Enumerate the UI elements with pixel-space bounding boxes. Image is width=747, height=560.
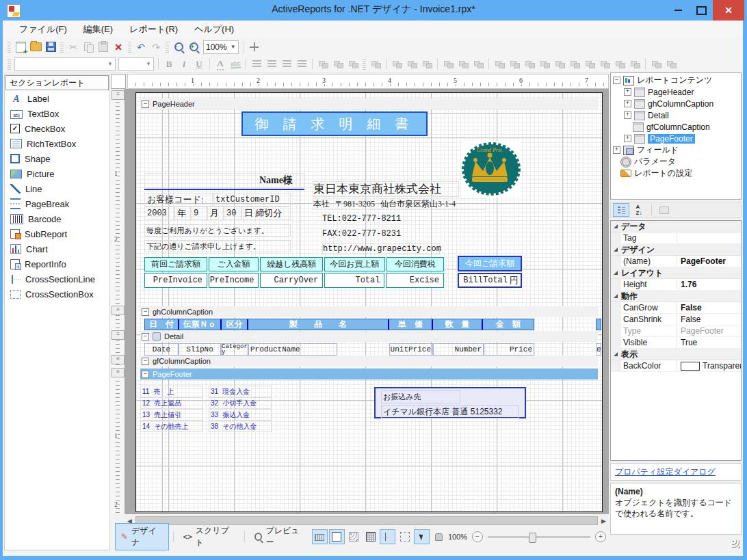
bill-total-field[interactable]: BillTotal 円 xyxy=(458,273,522,288)
category-display[interactable]: 表示 xyxy=(611,349,741,360)
category-expander-icon[interactable] xyxy=(614,224,618,228)
maximize-button[interactable] xyxy=(690,0,713,21)
align-bottoms-button[interactable] xyxy=(471,57,486,71)
customer-code-field[interactable]: txtCustomerID xyxy=(213,193,291,206)
space-down-button[interactable] xyxy=(567,57,582,71)
year-unit-label[interactable]: 年 xyxy=(174,206,191,220)
category-design[interactable]: デザイン xyxy=(611,244,741,256)
menu-edit[interactable]: 編集(E) xyxy=(77,21,120,38)
snap-frame-button[interactable] xyxy=(368,57,383,71)
detail-field[interactable]: Category xyxy=(221,343,248,356)
font-size-combobox[interactable]: ▼ xyxy=(118,57,154,71)
section-bar-pagefooter[interactable]: − PageFooter xyxy=(140,369,598,379)
customer-code-row[interactable]: お客様コード: txtCustomerID xyxy=(144,193,291,206)
collapse-icon[interactable]: − xyxy=(142,101,149,108)
same-width-button[interactable] xyxy=(507,57,522,71)
categorized-view-button[interactable] xyxy=(613,203,629,217)
toggle-page-button[interactable] xyxy=(329,529,345,544)
size-to-grid-button[interactable] xyxy=(492,57,507,71)
summary-header[interactable]: 繰越し残高額 xyxy=(260,257,323,271)
zoom-in-button[interactable]: + xyxy=(595,531,606,542)
tab-script[interactable]: <>スクリプト xyxy=(178,524,240,550)
decrease-h-space-button[interactable] xyxy=(597,57,612,71)
section-splitter-handle[interactable]: ≡ xyxy=(112,355,124,364)
zoom-combobox[interactable]: 100% ▼ xyxy=(203,40,239,54)
resize-grip[interactable] xyxy=(732,540,740,548)
menu-file[interactable]: ファイル(F) xyxy=(12,21,74,38)
company-fax-label[interactable]: FAX:022-777-8231 xyxy=(322,228,419,239)
category-expander-icon[interactable] xyxy=(614,352,618,356)
section-splitter-handle[interactable]: ≡ xyxy=(112,306,124,315)
expand-icon[interactable]: + xyxy=(624,135,631,142)
property-row-canshrink[interactable]: CanShrinkFalse xyxy=(611,314,741,325)
section-bar-ghcolumncaption[interactable]: − ghColumnCaption xyxy=(140,306,598,317)
undo-button[interactable]: ↶ xyxy=(133,40,148,54)
detail-field[interactable]: ProductName xyxy=(248,343,337,356)
tree-item-report-settings[interactable]: レポートの設定 xyxy=(611,168,741,179)
tree-item-ghcolumncaption[interactable]: +ghColumnCaption xyxy=(611,98,741,109)
tab-designer[interactable]: ✎デザイナ xyxy=(115,523,169,550)
property-row-name[interactable]: (Name)PageFooter xyxy=(611,256,741,267)
send-to-back-button[interactable] xyxy=(664,57,679,71)
property-pages-button[interactable] xyxy=(657,204,672,216)
column-caption[interactable]: 金 額 xyxy=(483,319,534,330)
space-across-button[interactable] xyxy=(552,57,567,71)
property-value[interactable] xyxy=(677,232,741,243)
tree-item-detail[interactable]: +Detail xyxy=(611,109,741,121)
delete-button[interactable]: ✕ xyxy=(111,40,126,54)
column-caption[interactable]: 日 付 xyxy=(145,319,179,330)
customer-code-label[interactable]: お客様コード: xyxy=(144,193,213,206)
closing-date-row[interactable]: 2003 年 9 月 30 日 締切分 xyxy=(144,206,291,220)
toolbar-grip[interactable] xyxy=(8,42,11,53)
column-caption[interactable]: 数 量 xyxy=(433,319,484,330)
align-middles-button[interactable] xyxy=(456,57,471,71)
minimize-button[interactable] xyxy=(666,0,690,21)
menu-help[interactable]: ヘルプ(H) xyxy=(187,21,241,38)
summary-field[interactable]: PreInvoice xyxy=(144,273,207,288)
toolbox-item-line[interactable]: Line xyxy=(5,181,109,196)
code-row[interactable]: 31現金入金 xyxy=(209,386,272,397)
property-value[interactable]: 1.76 xyxy=(677,279,741,290)
spell-check-button[interactable]: abc xyxy=(228,57,243,71)
paste-button[interactable] xyxy=(96,40,111,54)
code-row[interactable]: 12売上返品 xyxy=(140,397,203,409)
property-value[interactable]: True xyxy=(677,337,741,348)
collapse-icon[interactable]: − xyxy=(142,308,149,316)
save-button[interactable] xyxy=(43,40,58,54)
category-behavior[interactable]: 動作 xyxy=(611,291,741,302)
tree-item-pageheader[interactable]: +PageHeader xyxy=(611,86,741,98)
toggle-ruler-button[interactable] xyxy=(312,529,328,544)
zoom-out-button[interactable] xyxy=(171,40,186,54)
expand-icon[interactable]: + xyxy=(624,111,631,119)
align-right-button[interactable] xyxy=(279,57,294,71)
toolbox-item-crosssectionline[interactable]: CrossSectionLine xyxy=(5,271,109,286)
collapse-icon[interactable]: − xyxy=(142,333,149,341)
zoom-slider[interactable] xyxy=(488,536,590,538)
company-name-label[interactable]: 東日本東京商社株式会社 xyxy=(313,181,459,197)
summary-header[interactable]: 今回お買上額 xyxy=(324,257,384,271)
cut-button[interactable]: ✂ xyxy=(66,40,81,54)
tree-item-pagefooter[interactable]: +PageFooter xyxy=(611,133,741,144)
bank-transfer-box[interactable]: お振込み先 イチマル銀行本店 普通 5125332 xyxy=(374,387,526,418)
zoom-out-button[interactable]: − xyxy=(472,531,483,542)
tree-item-gfcolumncaption[interactable]: gfColumnCaption xyxy=(611,121,741,133)
collapse-icon[interactable]: − xyxy=(142,371,149,378)
code-row[interactable]: 32小切手入金 xyxy=(209,397,272,409)
new-report-button[interactable] xyxy=(13,40,28,54)
category-expander-icon[interactable] xyxy=(614,248,618,252)
toolbar-grip[interactable] xyxy=(363,59,366,70)
detail-field[interactable]: SlipNo xyxy=(179,343,221,356)
increase-indent-button[interactable] xyxy=(330,57,345,71)
collapse-icon[interactable]: − xyxy=(142,358,149,365)
same-height-button[interactable] xyxy=(522,57,537,71)
font-name-combobox[interactable]: ▼ xyxy=(14,57,116,71)
code-row[interactable]: 11売 上 xyxy=(140,386,203,397)
increase-h-space-button[interactable] xyxy=(582,57,597,71)
underline-button[interactable]: U xyxy=(192,57,207,71)
property-row-backcolor[interactable]: BackColorTransparent xyxy=(611,360,741,372)
copy-button[interactable] xyxy=(81,40,96,54)
toolbox-item-picture[interactable]: Picture xyxy=(5,166,109,181)
month-field[interactable]: 9 xyxy=(191,206,207,220)
scroll-right-arrow[interactable]: ▶ xyxy=(599,516,609,526)
expand-icon[interactable]: + xyxy=(624,100,631,107)
